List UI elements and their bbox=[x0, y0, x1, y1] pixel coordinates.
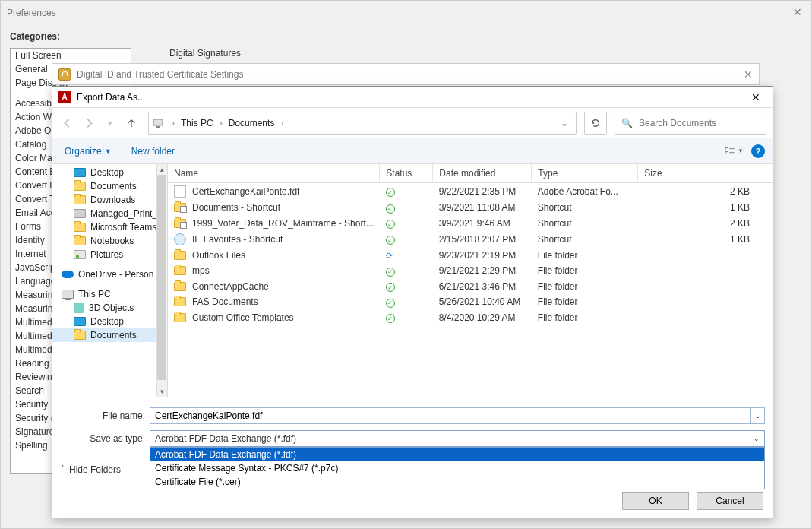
tree-item-label: Pictures bbox=[90, 249, 123, 260]
file-row[interactable]: ConnectAppCache✓6/21/2021 3:46 PMFile fo… bbox=[168, 279, 773, 295]
shortcut-icon bbox=[174, 203, 186, 212]
file-date: 9/21/2021 2:29 PM bbox=[433, 263, 532, 279]
file-name-input[interactable] bbox=[150, 407, 751, 424]
file-size bbox=[638, 294, 773, 310]
tree-item[interactable]: Notebooks bbox=[52, 234, 167, 248]
column-date[interactable]: Date modified bbox=[433, 164, 532, 183]
file-date: 8/4/2020 10:29 AM bbox=[433, 310, 532, 326]
trusted-settings-window: Digital ID and Trusted Certificate Setti… bbox=[52, 63, 760, 85]
sync-ok-icon: ✓ bbox=[386, 314, 395, 323]
folder-icon bbox=[74, 223, 86, 232]
tree-item-label: Downloads bbox=[90, 195, 135, 205]
file-size: 1 KB bbox=[638, 200, 773, 216]
organize-button[interactable]: Organize▼ bbox=[60, 143, 116, 160]
file-size bbox=[638, 279, 773, 295]
tree-item-label: Documents bbox=[90, 181, 137, 192]
tree-item[interactable]: Downloads bbox=[52, 193, 167, 207]
tree-item[interactable]: Desktop bbox=[52, 315, 167, 328]
file-name-dropdown-button[interactable]: ⌄ bbox=[751, 407, 765, 424]
tree-item[interactable]: 3D Objects bbox=[52, 301, 167, 315]
chevron-up-icon: ˄ bbox=[60, 464, 65, 475]
new-folder-button[interactable]: New folder bbox=[127, 143, 179, 160]
tree-item-label: Managed_Print_ bbox=[90, 208, 157, 219]
chevron-right-icon: › bbox=[215, 118, 227, 128]
file-row[interactable]: Documents - Shortcut✓3/9/2021 11:08 AMSh… bbox=[168, 200, 773, 216]
export-dialog: A Export Data As... ✕ ▾ › This PC › Docu… bbox=[52, 86, 773, 518]
file-row[interactable]: CertExchangeKaiPonte.fdf✓9/22/2021 2:35 … bbox=[168, 183, 773, 201]
nav-recent-button[interactable]: ▾ bbox=[101, 114, 119, 132]
tree-item[interactable]: Pictures bbox=[52, 248, 167, 261]
file-row[interactable]: Custom Office Templates✓8/4/2020 10:29 A… bbox=[168, 310, 773, 326]
tree-item[interactable]: Documents bbox=[52, 179, 167, 193]
tree-item-label: Microsoft Teams bbox=[90, 222, 156, 233]
breadcrumb-documents[interactable]: Documents bbox=[227, 116, 276, 130]
file-size bbox=[638, 310, 773, 326]
file-row[interactable]: Outlook Files⟳9/23/2021 2:19 PMFile fold… bbox=[168, 248, 773, 263]
file-size: 2 KB bbox=[638, 216, 773, 232]
svg-rect-5 bbox=[729, 152, 735, 153]
pc-icon bbox=[152, 117, 164, 129]
tree-item[interactable]: This PC bbox=[52, 287, 167, 301]
column-status[interactable]: Status bbox=[380, 164, 433, 183]
desktop-icon bbox=[74, 168, 86, 177]
tree-item[interactable]: Microsoft Teams bbox=[52, 220, 167, 234]
file-name: Outlook Files bbox=[192, 250, 245, 261]
categories-label: Categories: bbox=[10, 31, 802, 42]
save-type-combobox[interactable]: Acrobat FDF Data Exchange (*.fdf) ⌄ bbox=[150, 430, 765, 447]
category-item[interactable]: Full Screen bbox=[11, 49, 131, 62]
scroll-down-icon[interactable]: ▾ bbox=[158, 388, 166, 395]
breadcrumb[interactable]: › This PC › Documents › ⌄ bbox=[148, 112, 577, 135]
save-type-option[interactable]: Acrobat FDF Data Exchange (*.fdf) bbox=[150, 448, 764, 461]
ok-button[interactable]: OK bbox=[622, 492, 689, 510]
column-name[interactable]: Name bbox=[168, 164, 380, 183]
chevron-down-icon[interactable]: ⌄ bbox=[556, 118, 573, 128]
export-dialog-title: Export Data As... bbox=[77, 92, 145, 103]
file-date: 6/21/2021 3:46 PM bbox=[433, 279, 532, 295]
digital-signatures-heading: Digital Signatures bbox=[169, 48, 241, 59]
tree-scrollbar[interactable]: ▴ ▾ bbox=[156, 164, 167, 397]
file-row[interactable]: 1999_Voter_Data_ROV_Mainframe - Short...… bbox=[168, 216, 773, 232]
tree-item[interactable]: Managed_Print_ bbox=[52, 207, 167, 220]
file-row[interactable]: IE Favorites - Shortcut✓2/15/2018 2:07 P… bbox=[168, 231, 773, 248]
nav-forward-button[interactable] bbox=[80, 114, 98, 132]
view-options-button[interactable]: ▼ bbox=[725, 144, 744, 159]
adobe-icon: A bbox=[58, 91, 71, 103]
file-type: File folder bbox=[532, 248, 638, 263]
hide-folders-button[interactable]: ˄ Hide Folders bbox=[60, 464, 121, 475]
help-button[interactable]: ? bbox=[751, 144, 765, 158]
trusted-close-button[interactable]: ✕ bbox=[744, 68, 753, 81]
tree-item[interactable]: Desktop bbox=[52, 166, 167, 179]
sync-progress-icon: ⟳ bbox=[386, 251, 393, 260]
search-box[interactable]: 🔍 bbox=[615, 112, 766, 135]
export-close-button[interactable]: ✕ bbox=[745, 87, 766, 108]
save-type-option[interactable]: Certificate File (*.cer) bbox=[150, 475, 764, 489]
folder-tree[interactable]: DesktopDocumentsDownloadsManaged_Print_M… bbox=[52, 164, 168, 397]
svg-rect-1 bbox=[156, 126, 160, 128]
tree-item[interactable]: OneDrive - Person bbox=[52, 268, 167, 281]
chevron-right-icon: › bbox=[167, 118, 179, 128]
folder-icon bbox=[74, 182, 86, 191]
file-row[interactable]: mps✓9/21/2021 2:29 PMFile folder bbox=[168, 263, 773, 279]
folder-icon bbox=[174, 251, 186, 260]
nav-back-button[interactable] bbox=[58, 114, 77, 132]
column-type[interactable]: Type bbox=[532, 164, 638, 183]
file-name: IE Favorites - Shortcut bbox=[192, 234, 283, 245]
save-type-dropdown[interactable]: Acrobat FDF Data Exchange (*.fdf)Certifi… bbox=[150, 447, 765, 489]
column-size[interactable]: Size bbox=[638, 164, 773, 183]
nav-up-button[interactable] bbox=[122, 114, 141, 132]
preferences-close-button[interactable]: ✕ bbox=[790, 5, 805, 20]
file-list[interactable]: Name Status Date modified Type Size Cert… bbox=[168, 164, 773, 397]
tree-item[interactable]: Documents bbox=[52, 328, 167, 342]
file-size: 2 KB bbox=[638, 183, 773, 201]
refresh-button[interactable] bbox=[584, 112, 607, 135]
svg-rect-3 bbox=[729, 148, 735, 149]
scroll-up-icon[interactable]: ▴ bbox=[158, 166, 166, 173]
folder-icon bbox=[74, 236, 86, 245]
search-icon: 🔍 bbox=[621, 118, 633, 128]
search-input[interactable] bbox=[639, 118, 760, 128]
cancel-button[interactable]: Cancel bbox=[697, 492, 763, 510]
tree-scroll-thumb[interactable] bbox=[157, 175, 166, 380]
breadcrumb-this-pc[interactable]: This PC bbox=[179, 116, 215, 130]
save-type-option[interactable]: Certificate Message Syntax - PKCS#7 (*.p… bbox=[150, 461, 764, 475]
file-row[interactable]: FAS Documents✓5/26/2021 10:40 AMFile fol… bbox=[168, 294, 773, 310]
